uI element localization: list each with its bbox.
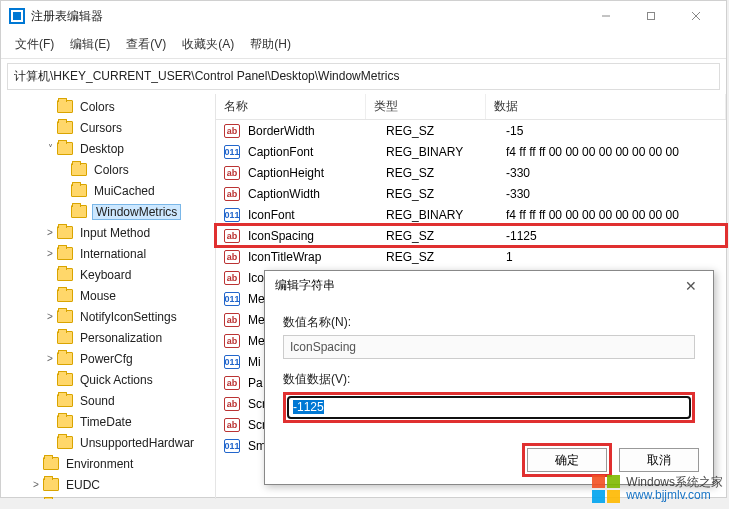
value-data-input[interactable] <box>287 396 691 419</box>
dialog-buttons: 确定 取消 <box>527 448 699 472</box>
value-type: REG_SZ <box>382 250 502 264</box>
value-name: IconTitleWrap <box>244 250 382 264</box>
value-type-icon: ab <box>224 124 240 138</box>
value-row[interactable]: abBorderWidthREG_SZ-15 <box>216 120 726 141</box>
value-data: -330 <box>502 166 726 180</box>
tree-item-label: TimeDate <box>78 415 134 429</box>
tree-item-input method[interactable]: >Input Method <box>1 222 215 243</box>
value-type-icon: ab <box>224 376 240 390</box>
close-button[interactable] <box>673 1 718 31</box>
window-controls <box>583 1 718 31</box>
col-type[interactable]: 类型 <box>366 94 486 119</box>
value-type: REG_SZ <box>382 187 502 201</box>
tree-item-keyboard layout[interactable]: >Keyboard Layout <box>1 495 215 499</box>
tree-item-colors[interactable]: Colors <box>1 159 215 180</box>
tree-twisty-icon[interactable]: > <box>29 479 43 490</box>
folder-icon <box>57 394 73 407</box>
folder-icon <box>57 226 73 239</box>
minimize-button[interactable] <box>583 1 628 31</box>
tree-view[interactable]: ColorsCursors˅DesktopColorsMuiCachedWind… <box>1 94 216 499</box>
tree-twisty-icon[interactable]: > <box>43 248 57 259</box>
value-type-icon: ab <box>224 418 240 432</box>
tree-item-muicached[interactable]: MuiCached <box>1 180 215 201</box>
tree-item-personalization[interactable]: Personalization <box>1 327 215 348</box>
tree-item-sound[interactable]: Sound <box>1 390 215 411</box>
watermark-line2: www.bjjmlv.com <box>626 489 723 502</box>
tree-twisty-icon[interactable]: > <box>43 311 57 322</box>
value-type-icon: ab <box>224 229 240 243</box>
tree-item-windowmetrics[interactable]: WindowMetrics <box>1 201 215 222</box>
tree-item-label: Input Method <box>78 226 152 240</box>
tree-item-environment[interactable]: Environment <box>1 453 215 474</box>
folder-icon <box>43 478 59 491</box>
tree-item-label: Keyboard <box>78 268 133 282</box>
tree-item-label: International <box>78 247 148 261</box>
app-icon <box>9 8 25 24</box>
tree-item-label: Mouse <box>78 289 118 303</box>
tree-item-powercfg[interactable]: >PowerCfg <box>1 348 215 369</box>
value-data: -1125 <box>502 229 726 243</box>
cancel-button[interactable]: 取消 <box>619 448 699 472</box>
value-name: IconFont <box>244 208 382 222</box>
tree-item-label: WindowMetrics <box>92 204 181 220</box>
dialog-close-button[interactable]: ✕ <box>679 278 703 294</box>
tree-item-international[interactable]: >International <box>1 243 215 264</box>
folder-icon <box>57 436 73 449</box>
value-data: -15 <box>502 124 726 138</box>
tree-item-quick actions[interactable]: Quick Actions <box>1 369 215 390</box>
tree-item-unsupportedhardwar[interactable]: UnsupportedHardwar <box>1 432 215 453</box>
tree-item-cursors[interactable]: Cursors <box>1 117 215 138</box>
address-bar[interactable]: 计算机\HKEY_CURRENT_USER\Control Panel\Desk… <box>7 63 720 90</box>
dialog-body: 数值名称(N): IconSpacing 数值数据(V): <box>265 300 713 431</box>
menu-help[interactable]: 帮助(H) <box>242 33 299 56</box>
tree-item-notifyiconsettings[interactable]: >NotifyIconSettings <box>1 306 215 327</box>
value-type-icon: 011 <box>224 355 240 369</box>
tree-item-timedate[interactable]: TimeDate <box>1 411 215 432</box>
value-row[interactable]: abIconSpacingREG_SZ-1125 <box>216 225 726 246</box>
tree-item-label: EUDC <box>64 478 102 492</box>
value-row[interactable]: 011IconFontREG_BINARYf4 ff ff ff 00 00 0… <box>216 204 726 225</box>
tree-item-label: NotifyIconSettings <box>78 310 179 324</box>
value-type-icon: 011 <box>224 145 240 159</box>
value-type-icon: 011 <box>224 439 240 453</box>
menu-favorites[interactable]: 收藏夹(A) <box>174 33 242 56</box>
value-type-icon: ab <box>224 187 240 201</box>
folder-icon <box>57 415 73 428</box>
col-name[interactable]: 名称 <box>216 94 366 119</box>
value-name-label: 数值名称(N): <box>283 314 695 331</box>
value-name-field: IconSpacing <box>283 335 695 359</box>
value-type-icon: ab <box>224 334 240 348</box>
tree-item-label: Quick Actions <box>78 373 155 387</box>
menu-file[interactable]: 文件(F) <box>7 33 62 56</box>
maximize-button[interactable] <box>628 1 673 31</box>
tree-item-desktop[interactable]: ˅Desktop <box>1 138 215 159</box>
value-row[interactable]: abCaptionHeightREG_SZ-330 <box>216 162 726 183</box>
value-type: REG_SZ <box>382 229 502 243</box>
tree-twisty-icon[interactable]: > <box>43 353 57 364</box>
folder-icon <box>57 310 73 323</box>
ok-button[interactable]: 确定 <box>527 448 607 472</box>
col-data[interactable]: 数据 <box>486 94 726 119</box>
value-type-icon: ab <box>224 250 240 264</box>
tree-item-colors[interactable]: Colors <box>1 96 215 117</box>
menu-view[interactable]: 查看(V) <box>118 33 174 56</box>
tree-item-keyboard[interactable]: Keyboard <box>1 264 215 285</box>
tree-item-label: Personalization <box>78 331 164 345</box>
folder-icon <box>57 100 73 113</box>
folder-icon <box>57 289 73 302</box>
tree-twisty-icon[interactable]: > <box>43 227 57 238</box>
titlebar: 注册表编辑器 <box>1 1 726 31</box>
value-type-icon: 011 <box>224 208 240 222</box>
value-type: REG_BINARY <box>382 145 502 159</box>
tree-twisty-icon[interactable]: ˅ <box>43 143 57 154</box>
value-row[interactable]: 011CaptionFontREG_BINARYf4 ff ff ff 00 0… <box>216 141 726 162</box>
tree-item-label: Sound <box>78 394 117 408</box>
tree-item-mouse[interactable]: Mouse <box>1 285 215 306</box>
value-row[interactable]: abIconTitleWrapREG_SZ1 <box>216 246 726 267</box>
value-row[interactable]: abCaptionWidthREG_SZ-330 <box>216 183 726 204</box>
menu-edit[interactable]: 编辑(E) <box>62 33 118 56</box>
value-name: BorderWidth <box>244 124 382 138</box>
tree-item-eudc[interactable]: >EUDC <box>1 474 215 495</box>
folder-icon <box>57 268 73 281</box>
tree-item-label: Colors <box>78 100 117 114</box>
